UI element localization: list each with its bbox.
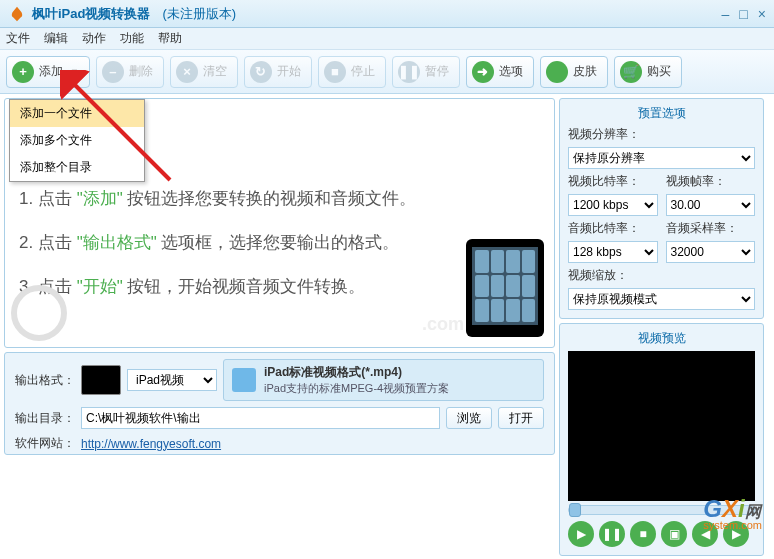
menu-file[interactable]: 文件 [6, 30, 30, 47]
plus-icon: + [12, 61, 34, 83]
add-multi-file-item[interactable]: 添加多个文件 [10, 127, 144, 154]
file-list-panel: 添加一个文件 添加多个文件 添加整个目录 1. 点击 "添加" 按钮选择您要转换… [4, 98, 555, 348]
apple-icon [546, 61, 568, 83]
preset-panel: 预置选项 视频分辨率： 保持原分辨率 视频比特率： 视频帧率： 1200 kbp… [559, 98, 764, 319]
watermark-text: .com [422, 314, 464, 335]
zoom-select[interactable]: 保持原视频模式 [568, 288, 755, 310]
abit-label: 音频比特率： [568, 220, 658, 237]
vfps-label: 视频帧率： [666, 173, 756, 190]
vbit-select[interactable]: 1200 kbps [568, 194, 658, 216]
menu-edit[interactable]: 编辑 [44, 30, 68, 47]
output-dir-label: 输出目录： [15, 410, 75, 427]
output-panel: 输出格式： iPad视频 iPadiPad标准视频格式(*.mp4)标准视频格式… [4, 352, 555, 455]
instruction-text: 1. 点击 "添加" 按钮选择您要转换的视频和音频文件。 2. 点击 "输出格式… [19, 177, 540, 310]
play-button[interactable]: ▶ [568, 521, 594, 547]
output-format-select[interactable]: iPad视频 [127, 369, 217, 391]
buy-button[interactable]: 🛒购买 [614, 56, 682, 88]
skin-button[interactable]: 皮肤 [540, 56, 608, 88]
res-select[interactable]: 保持原分辨率 [568, 147, 755, 169]
start-button[interactable]: ↻开始 [244, 56, 312, 88]
clear-button[interactable]: ×清空 [170, 56, 238, 88]
options-button[interactable]: ➜选项 [466, 56, 534, 88]
stop-button[interactable]: ■停止 [318, 56, 386, 88]
minimize-button[interactable]: – [722, 6, 730, 22]
add-folder-item[interactable]: 添加整个目录 [10, 154, 144, 181]
app-icon [8, 5, 26, 23]
open-button[interactable]: 打开 [498, 407, 544, 429]
pause-button[interactable]: ❚❚暂停 [392, 56, 460, 88]
asamp-label: 音频采样率： [666, 220, 756, 237]
maximize-button[interactable]: □ [739, 6, 747, 22]
output-format-label: 输出格式： [15, 372, 75, 389]
site-link[interactable]: http://www.fengyesoft.com [81, 437, 221, 451]
menu-function[interactable]: 功能 [120, 30, 144, 47]
refresh-icon: ↻ [250, 61, 272, 83]
menu-action[interactable]: 动作 [82, 30, 106, 47]
menu-help[interactable]: 帮助 [158, 30, 182, 47]
app-subtitle: (未注册版本) [162, 5, 236, 23]
res-label: 视频分辨率： [568, 126, 755, 143]
vbit-label: 视频比特率： [568, 173, 658, 190]
browse-button[interactable]: 浏览 [446, 407, 492, 429]
zoom-label: 视频缩放： [568, 267, 755, 284]
pause-icon: ❚❚ [398, 61, 420, 83]
app-title: 枫叶iPad视频转换器 [32, 5, 150, 23]
format-thumbnail [81, 365, 121, 395]
format-icon [232, 368, 256, 392]
arrow-right-icon: ➜ [472, 61, 494, 83]
watermark-logo: GXi网 system.com [703, 495, 762, 531]
output-dir-input[interactable] [81, 407, 440, 429]
preview-screen [568, 351, 755, 501]
close-button[interactable]: × [758, 6, 766, 22]
cart-icon: 🛒 [620, 61, 642, 83]
asamp-select[interactable]: 32000 [666, 241, 756, 263]
stop-icon: ■ [324, 61, 346, 83]
minus-icon: – [102, 61, 124, 83]
chevron-down-icon: ▼ [70, 67, 79, 77]
toolbar: +添加▼ –删除 ×清空 ↻开始 ■停止 ❚❚暂停 ➜选项 皮肤 🛒购买 [0, 50, 774, 94]
add-button[interactable]: +添加▼ [6, 56, 90, 88]
abit-select[interactable]: 128 kbps [568, 241, 658, 263]
film-reel-icon [11, 285, 67, 341]
vfps-select[interactable]: 30.00 [666, 194, 756, 216]
add-one-file-item[interactable]: 添加一个文件 [10, 100, 144, 127]
preview-title: 视频预览 [568, 330, 755, 347]
delete-button[interactable]: –删除 [96, 56, 164, 88]
snapshot-button[interactable]: ▣ [661, 521, 687, 547]
stop-preview-button[interactable]: ■ [630, 521, 656, 547]
x-icon: × [176, 61, 198, 83]
ipad-thumbnail [466, 239, 544, 337]
slider-thumb[interactable] [569, 503, 581, 517]
add-dropdown-menu: 添加一个文件 添加多个文件 添加整个目录 [9, 99, 145, 182]
format-description[interactable]: iPadiPad标准视频格式(*.mp4)标准视频格式(*.mp4) iPad支… [223, 359, 544, 401]
site-label: 软件网站： [15, 435, 75, 452]
menubar: 文件 编辑 动作 功能 帮助 [0, 28, 774, 50]
pause-preview-button[interactable]: ❚❚ [599, 521, 625, 547]
preset-title: 预置选项 [568, 105, 755, 122]
